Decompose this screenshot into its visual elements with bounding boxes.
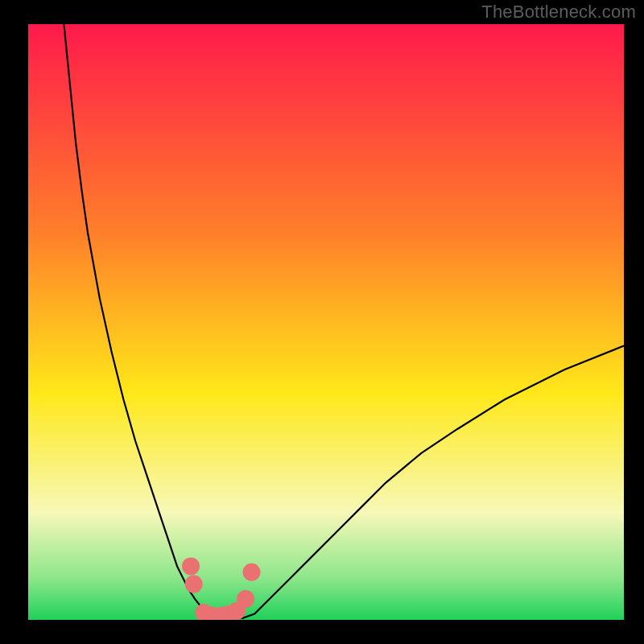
chart-frame: TheBottleneck.com xyxy=(0,0,644,644)
plot-area xyxy=(28,24,624,620)
marker-point xyxy=(182,557,200,575)
gradient-background xyxy=(28,24,624,620)
marker-point xyxy=(237,590,254,608)
marker-point xyxy=(243,564,261,581)
marker-point xyxy=(185,576,203,593)
chart-svg xyxy=(28,24,624,620)
watermark-text: TheBottleneck.com xyxy=(481,2,636,23)
